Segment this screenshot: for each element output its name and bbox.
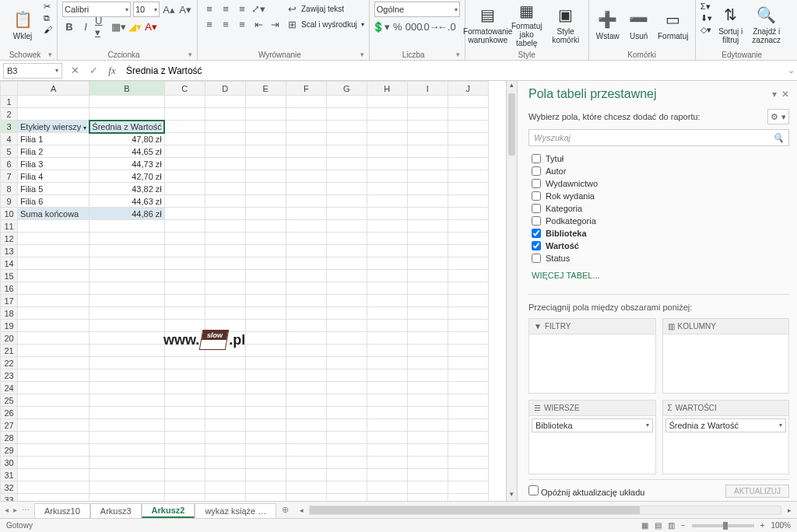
cell[interactable] (205, 332, 245, 345)
cell[interactable] (90, 357, 164, 369)
dialog-launcher-icon[interactable]: ▾ (360, 51, 364, 58)
cell[interactable] (407, 307, 448, 320)
cell[interactable] (205, 158, 245, 170)
cell[interactable] (286, 133, 326, 145)
cell[interactable] (286, 158, 326, 170)
cell[interactable] (448, 220, 488, 233)
cell[interactable] (367, 233, 407, 245)
cell[interactable] (205, 270, 245, 282)
cell[interactable] (326, 145, 367, 158)
cell[interactable] (326, 307, 367, 320)
cell[interactable] (448, 96, 488, 108)
cell[interactable] (286, 444, 326, 457)
field-item[interactable]: Kategoria (528, 202, 789, 215)
cell[interactable] (164, 257, 205, 270)
cell[interactable] (205, 133, 245, 145)
cell[interactable] (367, 158, 407, 170)
cell[interactable] (18, 444, 90, 457)
zoom-out-icon[interactable]: − (681, 521, 686, 530)
cell[interactable]: Filia 2 (18, 145, 90, 158)
row-header[interactable]: 5 (1, 145, 18, 158)
cell[interactable] (164, 320, 205, 332)
cell[interactable] (18, 432, 90, 444)
increase-decimal-icon[interactable]: .0→ (423, 19, 437, 33)
cell[interactable] (286, 270, 326, 282)
cell[interactable] (164, 208, 205, 220)
cell[interactable] (205, 407, 245, 419)
cell[interactable] (245, 158, 286, 170)
cell[interactable] (18, 369, 90, 382)
cell[interactable] (367, 345, 407, 357)
cell[interactable] (286, 170, 326, 183)
cell[interactable] (448, 233, 488, 245)
cell[interactable] (205, 245, 245, 257)
cell[interactable] (286, 394, 326, 407)
cell[interactable] (326, 345, 367, 357)
page-break-view-icon[interactable]: ▥ (668, 521, 675, 530)
cell[interactable] (367, 444, 407, 457)
cell[interactable] (90, 332, 164, 345)
row-header[interactable]: 21 (1, 345, 18, 357)
clear-icon[interactable]: ◇▾ (700, 25, 712, 35)
cell[interactable] (205, 208, 245, 220)
col-header[interactable]: E (245, 82, 286, 96)
col-header[interactable]: H (367, 82, 407, 96)
cell[interactable] (326, 233, 367, 245)
row-header[interactable]: 4 (1, 133, 18, 145)
cell[interactable] (326, 208, 367, 220)
cell[interactable]: Filia 6 (18, 195, 90, 208)
cell[interactable] (407, 282, 448, 295)
cell[interactable] (245, 382, 286, 394)
cell[interactable]: 43,82 zł (90, 183, 164, 195)
sheet-tab[interactable]: Arkusz10 (34, 503, 90, 518)
cell[interactable] (245, 481, 286, 494)
col-header[interactable]: G (326, 82, 367, 96)
cell[interactable] (286, 282, 326, 295)
cell[interactable]: 44,63 zł (90, 195, 164, 208)
cell[interactable] (18, 282, 90, 295)
cell[interactable] (407, 195, 448, 208)
dialog-launcher-icon[interactable]: ▾ (48, 51, 52, 58)
cell[interactable] (18, 394, 90, 407)
field-item[interactable]: Status (528, 252, 789, 264)
col-header[interactable]: B (90, 82, 164, 96)
cell[interactable] (205, 432, 245, 444)
cell[interactable] (164, 158, 205, 170)
cell[interactable] (245, 96, 286, 108)
cell[interactable] (326, 183, 367, 195)
cell[interactable] (407, 369, 448, 382)
cell[interactable] (448, 170, 488, 183)
cell[interactable] (205, 494, 245, 502)
cell[interactable] (326, 444, 367, 457)
cell[interactable] (245, 394, 286, 407)
horizontal-scrollbar[interactable]: ◂▸ (293, 502, 797, 518)
cell[interactable] (367, 145, 407, 158)
cell[interactable] (205, 183, 245, 195)
col-header[interactable]: D (205, 82, 245, 96)
cell[interactable] (326, 320, 367, 332)
cell[interactable] (245, 145, 286, 158)
cell[interactable] (326, 394, 367, 407)
cell[interactable] (448, 481, 488, 494)
cell[interactable] (205, 345, 245, 357)
cell[interactable] (286, 345, 326, 357)
cell[interactable] (164, 469, 205, 481)
cell[interactable] (407, 432, 448, 444)
cell[interactable] (164, 307, 205, 320)
cell[interactable] (205, 444, 245, 457)
cell[interactable] (164, 133, 205, 145)
cell[interactable] (245, 295, 286, 307)
decrease-indent-icon[interactable]: ⇤ (251, 17, 265, 31)
row-header[interactable]: 7 (1, 170, 18, 183)
field-item[interactable]: Wydawnictwo (528, 177, 789, 190)
cell-styles-button[interactable]: ▣Style komórki (548, 2, 584, 47)
cell[interactable] (286, 332, 326, 345)
cell[interactable] (18, 481, 90, 494)
cell[interactable] (448, 382, 488, 394)
font-color-button[interactable]: A▾ (144, 19, 158, 33)
cell[interactable] (90, 494, 164, 502)
align-right-icon[interactable]: ≡ (235, 17, 249, 31)
cell[interactable] (407, 208, 448, 220)
cell[interactable] (245, 257, 286, 270)
cell[interactable] (90, 295, 164, 307)
